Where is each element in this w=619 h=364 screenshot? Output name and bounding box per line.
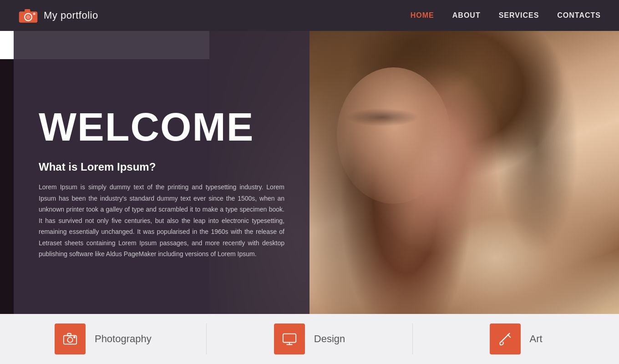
logo-area: My portfolio: [18, 7, 98, 24]
bottom-bar: Photography Design Art: [0, 314, 619, 364]
camera-logo-icon: [18, 7, 38, 24]
design-icon-box: [274, 324, 305, 354]
content-box: WELCOME What is Lorem Ipsum? Lorem Ipsum…: [14, 31, 310, 314]
face-highlight: [337, 67, 451, 204]
design-icon: [282, 331, 297, 347]
svg-point-4: [33, 13, 36, 15]
main-nav: HOME ABOUT SERVICES CONTACTS: [411, 11, 601, 20]
hero-subtitle: What is Lorem Ipsum?: [39, 161, 284, 173]
design-label: Design: [314, 333, 345, 345]
art-icon: [497, 331, 513, 347]
svg-point-2: [26, 15, 30, 19]
service-art: Art: [413, 324, 619, 354]
art-icon-box: [490, 324, 521, 354]
art-label: Art: [530, 333, 543, 345]
nav-contacts[interactable]: CONTACTS: [557, 11, 601, 20]
hero-section: WELCOME What is Lorem Ipsum? Lorem Ipsum…: [0, 31, 619, 314]
svg-rect-7: [67, 334, 71, 336]
nav-home[interactable]: HOME: [411, 11, 434, 20]
header: My portfolio HOME ABOUT SERVICES CONTACT…: [0, 0, 619, 31]
photography-label: Photography: [95, 333, 152, 345]
svg-rect-9: [283, 334, 296, 343]
photography-icon-box: [55, 324, 86, 354]
svg-point-6: [67, 337, 72, 342]
svg-point-8: [74, 337, 75, 338]
photography-icon: [62, 331, 78, 347]
nav-services[interactable]: SERVICES: [499, 11, 539, 20]
eye-shadow: [346, 108, 419, 126]
service-design: Design: [207, 324, 413, 354]
logo-text: My portfolio: [44, 10, 98, 21]
hero-lorem-text: Lorem Ipsum is simply dummy text of the …: [39, 182, 284, 260]
welcome-title: WELCOME: [39, 107, 284, 147]
svg-rect-3: [25, 9, 30, 12]
service-photography: Photography: [0, 324, 207, 354]
nav-about[interactable]: ABOUT: [452, 11, 481, 20]
